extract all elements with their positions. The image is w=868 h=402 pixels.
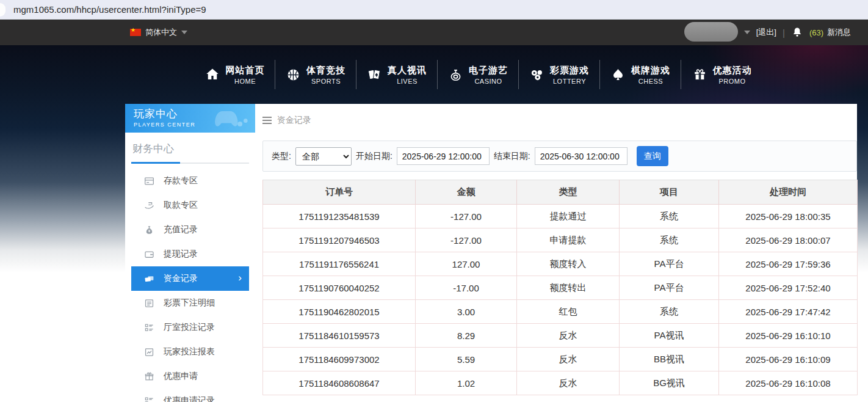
sidebar-item-5[interactable]: 彩票下注明细›: [131, 291, 249, 315]
type-select[interactable]: 全部: [295, 147, 352, 166]
nav-item-lives[interactable]: 真人视讯LIVES: [356, 60, 438, 89]
list-squares-icon: [144, 323, 154, 333]
table-cell: 2025-06-29 18:00:35: [719, 205, 858, 228]
funds-record-table: 订单号金额类型项目处理时间 1751191235481539-127.00提款通…: [262, 180, 858, 395]
table-cell: -127.00: [416, 205, 517, 228]
table-cell: -17.00: [416, 276, 517, 300]
table-cell: 1751190462802015: [263, 300, 416, 324]
nav-label-en: LOTTERY: [550, 78, 589, 85]
sidebar-item-6[interactable]: 厅室投注记录›: [131, 315, 249, 340]
message-count: (63): [809, 28, 823, 37]
withdraw-hand-icon: [144, 200, 154, 211]
language-selector[interactable]: ★ 简体中文: [130, 20, 187, 45]
search-button[interactable]: 查询: [637, 146, 668, 166]
sidebar-item-7[interactable]: 玩家投注报表›: [131, 340, 249, 364]
table-cell: BG视讯: [620, 371, 719, 395]
nav-label-en: CASINO: [469, 78, 508, 85]
sidebar-item-9[interactable]: 优惠申请记录›: [131, 389, 249, 402]
sidebar-item-label: 充值记录: [164, 224, 198, 235]
messages-link[interactable]: (63) 新消息: [809, 27, 851, 38]
nav-label-en: PROMO: [713, 78, 752, 85]
table-header-row: 订单号金额类型项目处理时间: [263, 180, 858, 205]
nav-label-en: LIVES: [388, 78, 427, 85]
bell-icon[interactable]: [791, 26, 803, 38]
filter-bar: 类型: 全部 开始日期: 结束日期: 查询: [262, 141, 857, 172]
username-redacted[interactable]: [684, 22, 738, 42]
finance-center-label: 财务中心: [132, 142, 249, 156]
wallet-icon: [144, 249, 154, 260]
basketball-icon: [286, 67, 301, 82]
table-cell: 1751184608608647: [263, 371, 416, 395]
table-cell: 反水: [517, 371, 620, 395]
nav-label-en: CHESS: [631, 78, 670, 85]
roulette-icon: [448, 67, 463, 82]
sidebar-item-4-active[interactable]: 资金记录›: [131, 266, 249, 291]
table-cell: -127.00: [416, 228, 517, 252]
sidebar-item-0[interactable]: 存款专区›: [131, 169, 249, 193]
section-underline: [131, 163, 249, 164]
table-row: 1751191235481539-127.00提款通过系统2025-06-29 …: [263, 205, 858, 228]
start-date-input[interactable]: [397, 147, 490, 165]
table-cell: 2025-06-29 16:10:10: [719, 324, 858, 348]
page-url: mgm1065.com/hhcp/usercenter.html?iniType…: [13, 0, 206, 19]
table-cell: BB视讯: [620, 348, 719, 371]
sidebar-item-2[interactable]: 充值记录›: [131, 217, 249, 242]
table-header-cell: 处理时间: [719, 180, 858, 205]
table-header-cell: 订单号: [263, 180, 416, 205]
table-cell: 红包: [517, 300, 620, 324]
table-cell: PA平台: [620, 252, 719, 276]
nav-item-chess[interactable]: 棋牌游戏CHESS: [600, 60, 681, 89]
table-row: 1751190760040252-17.00额度转出PA平台2025-06-29…: [263, 276, 858, 300]
sidebar-item-label: 彩票下注明细: [164, 298, 215, 309]
table-row: 17511846086086471.02反水BG视讯2025-06-29 16:…: [263, 371, 858, 395]
table-cell: 1751191235481539: [263, 205, 416, 228]
table-header-cell: 金额: [416, 180, 517, 205]
end-date-input[interactable]: [535, 147, 627, 165]
table-cell: 额度转出: [517, 276, 620, 300]
table-cell: 1751184609973002: [263, 348, 416, 371]
nav-item-promo[interactable]: 优惠活动PROMO: [681, 60, 762, 89]
sidebar-item-8[interactable]: 优惠申请›: [131, 364, 249, 389]
sidebar-item-label: 玩家投注报表: [164, 346, 215, 357]
sidebar: 玩家中心 PLAYERS CENTER 财务中心 存款专区›取款专区›充值记录›…: [125, 104, 255, 402]
nav-label-zh: 棋牌游戏: [631, 65, 670, 76]
sidebar-header: 玩家中心 PLAYERS CENTER: [125, 104, 255, 133]
table-cell: 2025-06-29 16:10:09: [719, 348, 858, 371]
logout-link[interactable]: [退出]: [756, 27, 776, 38]
nav-item-lottery[interactable]: 彩票游戏LOTTERY: [519, 60, 600, 89]
sidebar-item-1[interactable]: 取款专区›: [131, 193, 249, 217]
nav-label-zh: 网站首页: [226, 65, 265, 76]
browser-tab-pill: [0, 3, 5, 16]
top-bar: ★ 简体中文 [退出] | (63) 新消息: [0, 20, 868, 45]
gamepad-icon: [212, 106, 251, 133]
table-cell: 系统: [620, 300, 719, 324]
language-label: 简体中文: [145, 27, 177, 38]
nav-label-en: HOME: [226, 78, 265, 85]
table-row: 1751191176556241127.00额度转入PA平台2025-06-29…: [263, 252, 858, 276]
nav-item-casino[interactable]: 电子游艺CASINO: [438, 60, 519, 89]
nav-item-sports[interactable]: 体育竞技SPORTS: [275, 60, 356, 89]
table-row: 17511846101595738.29反水PA视讯2025-06-29 16:…: [263, 324, 858, 348]
table-cell: 1.02: [416, 371, 517, 395]
table-cell: PA视讯: [620, 324, 719, 348]
nav-label-en: SPORTS: [306, 78, 345, 85]
sidebar-item-3[interactable]: 提现记录›: [131, 242, 249, 266]
china-flag-icon: ★: [130, 29, 141, 36]
table-body: 1751191235481539-127.00提款通过系统2025-06-29 …: [263, 205, 858, 395]
spade-icon: [610, 67, 626, 82]
nav-item-home[interactable]: 网站首页HOME: [194, 60, 275, 89]
table-cell: 8.29: [416, 324, 517, 348]
table-header-cell: 类型: [517, 180, 620, 205]
table-cell: 2025-06-29 18:00:07: [719, 228, 858, 252]
browser-address-bar[interactable]: mgm1065.com/hhcp/usercenter.html?iniType…: [0, 0, 868, 20]
table-cell: 系统: [620, 205, 719, 228]
content-panel: 玩家中心 PLAYERS CENTER 财务中心 存款专区›取款专区›充值记录›…: [125, 104, 857, 402]
gift-icon: [692, 67, 707, 82]
list-squares-icon: [144, 396, 154, 402]
account-chevron-down-icon[interactable]: [744, 31, 750, 34]
breadcrumb-label: 资金记录: [277, 115, 311, 126]
nav-label-zh: 电子游艺: [469, 65, 508, 76]
table-cell: 2025-06-29 17:59:36: [719, 252, 858, 276]
table-cell: 127.00: [416, 252, 517, 276]
nav-label-zh: 真人视讯: [388, 65, 427, 76]
